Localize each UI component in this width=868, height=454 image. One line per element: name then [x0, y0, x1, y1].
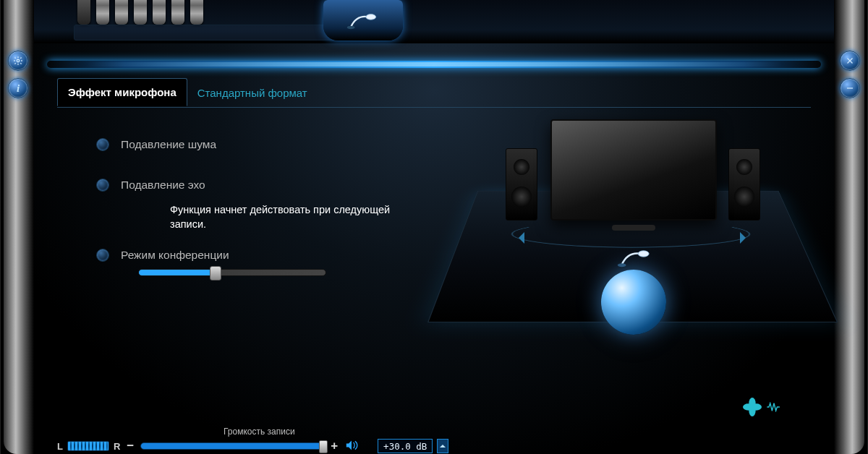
content-panel: Подавление шума Подавление эхо Функция н… — [57, 107, 811, 425]
level-meter-left — [67, 441, 109, 451]
chevron-up-icon — [439, 442, 446, 450]
brand-logo — [741, 398, 782, 416]
close-button[interactable] — [840, 51, 860, 71]
radio-icon — [96, 249, 109, 262]
minimize-button[interactable] — [840, 78, 860, 98]
speaker-icon — [344, 440, 359, 451]
glow-separator — [47, 61, 821, 68]
option-label: Подавление шума — [121, 138, 216, 151]
radio-icon — [96, 179, 109, 192]
option-hint-text: Функция начнет действовать при следующей… — [170, 203, 414, 231]
gear-icon — [13, 56, 23, 66]
rear-jack-row — [77, 0, 203, 25]
tab-strip: Эффект микрофона Стандартный формат — [57, 78, 318, 106]
svg-point-3 — [638, 251, 649, 257]
option-label: Подавление эхо — [121, 179, 205, 192]
svg-point-4 — [618, 263, 626, 267]
slider-thumb[interactable] — [319, 440, 328, 453]
minus-icon — [845, 83, 855, 93]
recording-volume-slider[interactable] — [140, 442, 324, 450]
mute-toggle[interactable] — [344, 440, 359, 453]
option-conference-mode[interactable]: Режим конференции — [96, 249, 414, 262]
device-panel-backdrop — [74, 25, 349, 40]
volume-increase-button[interactable]: + — [328, 439, 340, 453]
close-icon — [845, 56, 855, 66]
gain-step-up[interactable] — [437, 439, 448, 453]
orbit-arrow-left-icon — [513, 232, 524, 244]
svg-point-2 — [347, 26, 355, 30]
waveform-icon — [766, 402, 782, 412]
orbit-arrow-right-icon — [740, 232, 752, 244]
gain-readout: +30.0 dB — [378, 439, 433, 453]
channel-left-label: L — [57, 441, 63, 452]
option-echo-cancellation[interactable]: Подавление эхо — [96, 179, 414, 192]
channel-right-label: R — [114, 441, 120, 452]
option-label: Режим конференции — [121, 249, 229, 262]
speaker-left-icon — [506, 148, 537, 220]
jack-port[interactable] — [115, 0, 128, 25]
fan-icon — [741, 398, 763, 416]
user-position-orb — [601, 270, 666, 335]
svg-point-8 — [743, 403, 754, 410]
volume-section-label: Громкость записи — [224, 427, 295, 437]
slider-thumb[interactable] — [210, 266, 221, 280]
info-button[interactable]: i — [8, 78, 28, 98]
stage-microphone-icon — [617, 247, 653, 268]
room-illustration — [427, 103, 804, 364]
jack-port[interactable] — [77, 0, 90, 25]
settings-button[interactable] — [8, 51, 28, 71]
radio-icon — [96, 138, 109, 151]
svg-point-0 — [17, 59, 20, 62]
volume-decrease-button[interactable]: − — [124, 439, 136, 453]
microphone-icon — [346, 9, 380, 31]
monitor-icon — [550, 119, 717, 220]
svg-point-1 — [366, 14, 376, 20]
jack-port[interactable] — [134, 0, 147, 25]
tab-default-format[interactable]: Стандартный формат — [187, 80, 318, 106]
tab-mic-effects[interactable]: Эффект микрофона — [57, 78, 187, 106]
jack-port[interactable] — [171, 0, 184, 25]
slider-track — [138, 269, 326, 276]
microphone-device-tab[interactable] — [323, 0, 403, 40]
jack-port[interactable] — [190, 0, 203, 25]
effects-option-list: Подавление шума Подавление эхо Функция н… — [96, 138, 414, 276]
option-noise-suppression[interactable]: Подавление шума — [96, 138, 414, 151]
conference-level-slider[interactable] — [138, 269, 326, 276]
device-selector-bar — [34, 0, 834, 43]
recording-volume-bar: Громкость записи L R − + +30.0 dB — [57, 427, 811, 454]
speaker-right-icon — [728, 148, 760, 220]
realtek-audio-manager: i Эффект микрофона Стандартный — [0, 0, 868, 454]
jack-port[interactable] — [153, 0, 166, 25]
jack-port[interactable] — [96, 0, 109, 25]
